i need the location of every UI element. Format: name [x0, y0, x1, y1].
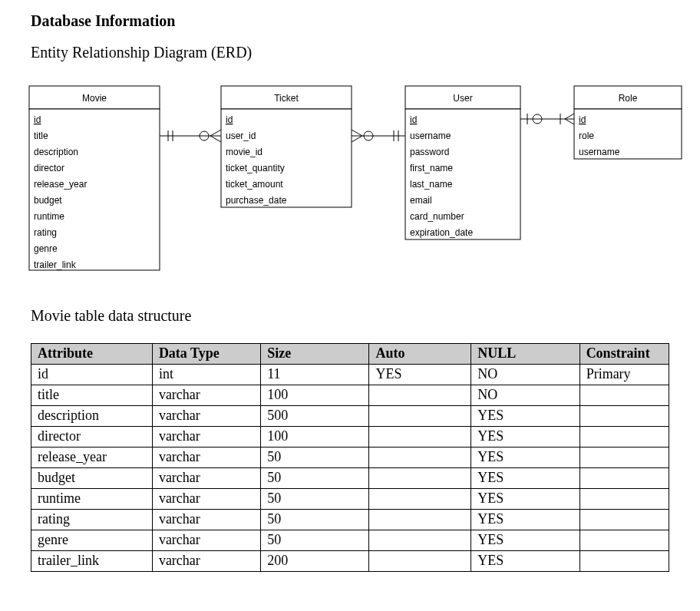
- table-cell: varchar: [152, 510, 260, 530]
- col-attribute: Attribute: [31, 344, 153, 365]
- svg-text:release_year: release_year: [34, 179, 87, 190]
- table-cell: trailer_link: [31, 551, 153, 572]
- table-cell: YES: [471, 448, 579, 468]
- table-cell: [369, 468, 471, 489]
- svg-text:movie_id: movie_id: [226, 147, 262, 157]
- table-cell: [369, 427, 471, 448]
- schema-table: Attribute Data Type Size Auto NULL Const…: [31, 343, 669, 572]
- table-cell: varchar: [152, 551, 260, 572]
- entity-role: Role id role username: [574, 86, 682, 159]
- col-null: NULL: [471, 344, 579, 365]
- entity-user: User id username password first_name las…: [405, 86, 520, 239]
- svg-text:genre: genre: [34, 243, 58, 254]
- svg-text:purchase_date: purchase_date: [226, 195, 287, 206]
- entity-ticket: Ticket id user_id movie_id ticket_quanti…: [221, 86, 352, 207]
- table-cell: title: [31, 385, 153, 406]
- erd-diagram: Movie id title description director rele…: [14, 78, 689, 293]
- svg-text:id: id: [226, 114, 233, 125]
- table-cell: [579, 510, 669, 530]
- rel-movie-ticket: [160, 130, 221, 142]
- svg-text:director: director: [34, 163, 64, 173]
- table-cell: NO: [471, 365, 579, 385]
- svg-text:description: description: [34, 147, 78, 157]
- table-cell: [579, 448, 669, 468]
- entity-movie: Movie id title description director rele…: [29, 86, 160, 270]
- table-cell: [369, 448, 471, 468]
- table-cell: 11: [261, 365, 369, 385]
- erd-subtitle: Entity Relationship Diagram (ERD): [31, 44, 669, 61]
- table-cell: 50: [261, 489, 369, 510]
- svg-text:email: email: [410, 195, 432, 206]
- table-cell: 100: [261, 385, 369, 406]
- table-cell: Primary: [579, 365, 669, 385]
- table-row: release_yearvarchar50YES: [31, 448, 669, 468]
- table-cell: 50: [261, 468, 369, 489]
- table-cell: 500: [261, 406, 369, 427]
- svg-line-55: [565, 114, 574, 119]
- svg-line-44: [210, 136, 221, 142]
- table-cell: rating: [31, 510, 153, 530]
- svg-text:runtime: runtime: [34, 211, 64, 222]
- table-row: runtimevarchar50YES: [31, 489, 669, 510]
- table-cell: [579, 385, 669, 406]
- table-cell: YES: [369, 365, 471, 385]
- svg-text:ticket_amount: ticket_amount: [226, 179, 283, 190]
- table-cell: YES: [471, 427, 579, 448]
- svg-text:budget: budget: [34, 195, 62, 206]
- table-cell: varchar: [152, 530, 260, 551]
- table-cell: 50: [261, 530, 369, 551]
- svg-text:last_name: last_name: [410, 179, 453, 190]
- svg-text:role: role: [579, 130, 594, 141]
- table-cell: YES: [471, 510, 579, 530]
- col-auto: Auto: [369, 344, 471, 365]
- svg-text:title: title: [34, 130, 48, 141]
- table-cell: NO: [471, 385, 579, 406]
- svg-text:User: User: [453, 93, 472, 104]
- table-row: budgetvarchar50YES: [31, 468, 669, 489]
- table-row: directorvarchar100YES: [31, 427, 669, 448]
- table-cell: YES: [471, 551, 579, 572]
- table-row: idint11YESNOPrimary: [31, 365, 669, 385]
- svg-text:username: username: [410, 130, 451, 141]
- table-cell: [579, 427, 669, 448]
- svg-text:Role: Role: [619, 93, 638, 104]
- svg-line-43: [210, 130, 221, 136]
- table-cell: varchar: [152, 406, 260, 427]
- table-cell: [369, 385, 471, 406]
- table-row: trailer_linkvarchar200YES: [31, 551, 669, 572]
- table-header-row: Attribute Data Type Size Auto NULL Const…: [31, 344, 669, 365]
- table-cell: description: [31, 406, 153, 427]
- svg-text:id: id: [34, 114, 41, 125]
- svg-text:id: id: [579, 114, 586, 125]
- svg-text:card_number: card_number: [410, 211, 464, 222]
- rel-user-role: [520, 114, 574, 124]
- table-cell: 200: [261, 551, 369, 572]
- col-data-type: Data Type: [152, 344, 260, 365]
- table-cell: YES: [471, 406, 579, 427]
- svg-text:password: password: [410, 147, 449, 157]
- table-row: descriptionvarchar500YES: [31, 406, 669, 427]
- svg-text:Ticket: Ticket: [274, 93, 299, 104]
- svg-rect-14: [221, 109, 352, 207]
- table-cell: YES: [471, 489, 579, 510]
- table-cell: 100: [261, 427, 369, 448]
- svg-line-47: [352, 136, 362, 142]
- table-cell: varchar: [152, 427, 260, 448]
- svg-text:Movie: Movie: [82, 93, 107, 104]
- table-cell: 50: [261, 510, 369, 530]
- svg-text:trailer_link: trailer_link: [34, 259, 77, 270]
- table-cell: [579, 406, 669, 427]
- table-cell: YES: [471, 530, 579, 551]
- schema-section-label: Movie table data structure: [31, 307, 669, 325]
- svg-line-56: [565, 119, 574, 124]
- table-cell: varchar: [152, 385, 260, 406]
- svg-text:first_name: first_name: [410, 163, 453, 173]
- table-cell: [369, 551, 471, 572]
- svg-text:id: id: [410, 114, 417, 125]
- table-cell: genre: [31, 530, 153, 551]
- table-cell: [579, 468, 669, 489]
- table-row: titlevarchar100NO: [31, 385, 669, 406]
- svg-text:username: username: [579, 147, 620, 157]
- table-cell: YES: [471, 468, 579, 489]
- svg-line-46: [352, 130, 362, 136]
